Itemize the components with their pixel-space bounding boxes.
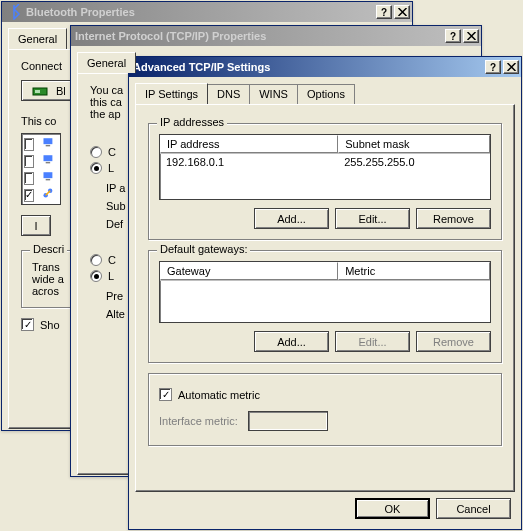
radio-icon <box>90 254 102 266</box>
client-icon <box>42 136 54 152</box>
window-title: Advanced TCP/IP Settings <box>133 61 483 73</box>
show-icon-checkbox[interactable] <box>21 318 34 331</box>
svg-rect-7 <box>46 179 50 180</box>
description-label: Descri <box>30 243 67 255</box>
group-caption: IP addresses <box>157 116 227 128</box>
svg-rect-2 <box>44 138 53 144</box>
close-button[interactable] <box>394 5 410 19</box>
svg-rect-4 <box>44 155 53 161</box>
gw-remove-button: Remove <box>416 331 491 352</box>
checkbox[interactable] <box>24 172 34 185</box>
close-button[interactable] <box>463 29 479 43</box>
tab-general[interactable]: General <box>77 52 136 73</box>
bluetooth-device-button[interactable]: Bl <box>21 80 77 101</box>
column-gateway[interactable]: Gateway <box>160 262 338 280</box>
service-icon <box>42 170 54 186</box>
list-item[interactable] <box>24 153 58 169</box>
network-card-icon <box>32 83 48 99</box>
help-button[interactable]: ? <box>485 60 501 74</box>
help-button[interactable]: ? <box>376 5 392 19</box>
column-subnet-mask[interactable]: Subnet mask <box>338 135 490 153</box>
svg-rect-5 <box>46 162 50 163</box>
group-caption: Default gateways: <box>157 243 250 255</box>
window-title: Internet Protocol (TCP/IP) Properties <box>75 30 443 42</box>
svg-rect-6 <box>44 172 53 178</box>
gw-edit-button: Edit... <box>335 331 410 352</box>
ip-addresses-group: IP addresses IP address Subnet mask 192.… <box>148 123 502 240</box>
tab-label: WINS <box>259 88 288 100</box>
titlebar[interactable]: Bluetooth Properties ? <box>2 2 412 22</box>
svg-rect-3 <box>46 145 50 146</box>
tab-wins[interactable]: WINS <box>249 84 298 105</box>
list-item[interactable] <box>24 136 58 152</box>
table-row[interactable]: 192.168.0.1 255.255.255.0 <box>160 154 490 170</box>
cell-subnet-mask: 255.255.255.0 <box>338 154 490 170</box>
tab-label: Options <box>307 88 345 100</box>
show-icon-label: Sho <box>40 319 60 331</box>
metric-group: Automatic metric Interface metric: <box>148 373 502 446</box>
automatic-metric-label: Automatic metric <box>178 389 260 401</box>
checkbox[interactable] <box>24 155 34 168</box>
protocol-icon <box>42 187 54 203</box>
tab-label: General <box>87 57 126 69</box>
gateways-list[interactable]: Gateway Metric <box>159 261 491 323</box>
ip-edit-button[interactable]: Edit... <box>335 208 410 229</box>
window-title: Bluetooth Properties <box>26 6 374 18</box>
ip-add-button[interactable]: Add... <box>254 208 329 229</box>
components-list[interactable] <box>21 133 61 205</box>
checkbox[interactable] <box>24 189 34 202</box>
gw-add-button[interactable]: Add... <box>254 331 329 352</box>
tabstrip: IP Settings DNS WINS Options <box>129 77 521 104</box>
tab-dns[interactable]: DNS <box>207 84 250 105</box>
titlebar[interactable]: Advanced TCP/IP Settings ? <box>129 57 521 77</box>
service-icon <box>42 153 54 169</box>
close-button[interactable] <box>503 60 519 74</box>
ip-addresses-list[interactable]: IP address Subnet mask 192.168.0.1 255.2… <box>159 134 491 200</box>
column-metric[interactable]: Metric <box>338 262 490 280</box>
tab-label: General <box>18 33 57 45</box>
bluetooth-icon <box>6 4 22 20</box>
automatic-metric-checkbox[interactable] <box>159 388 172 401</box>
column-ip-address[interactable]: IP address <box>160 135 338 153</box>
radio-icon <box>90 270 102 282</box>
ip-remove-button[interactable]: Remove <box>416 208 491 229</box>
radio-icon <box>90 146 102 158</box>
tab-label: IP Settings <box>145 88 198 100</box>
tab-general[interactable]: General <box>8 28 67 49</box>
titlebar[interactable]: Internet Protocol (TCP/IP) Properties ? <box>71 26 481 46</box>
ok-button[interactable]: OK <box>355 498 430 519</box>
cancel-button[interactable]: Cancel <box>436 498 511 519</box>
radio-icon <box>90 162 102 174</box>
tab-label: DNS <box>217 88 240 100</box>
tab-ip-settings[interactable]: IP Settings <box>135 83 208 104</box>
advanced-tcpip-settings-window: Advanced TCP/IP Settings ? IP Settings D… <box>128 56 522 530</box>
list-item[interactable] <box>24 187 58 203</box>
default-gateways-group: Default gateways: Gateway Metric Add... … <box>148 250 502 363</box>
help-button[interactable]: ? <box>445 29 461 43</box>
cell-ip-address: 192.168.0.1 <box>160 154 338 170</box>
install-button[interactable]: I <box>21 215 51 236</box>
button-label: Bl <box>56 85 66 97</box>
interface-metric-input <box>248 411 328 431</box>
interface-metric-label: Interface metric: <box>159 415 238 427</box>
svg-rect-1 <box>35 90 40 93</box>
tab-options[interactable]: Options <box>297 84 355 105</box>
checkbox[interactable] <box>24 138 34 151</box>
list-item[interactable] <box>24 170 58 186</box>
